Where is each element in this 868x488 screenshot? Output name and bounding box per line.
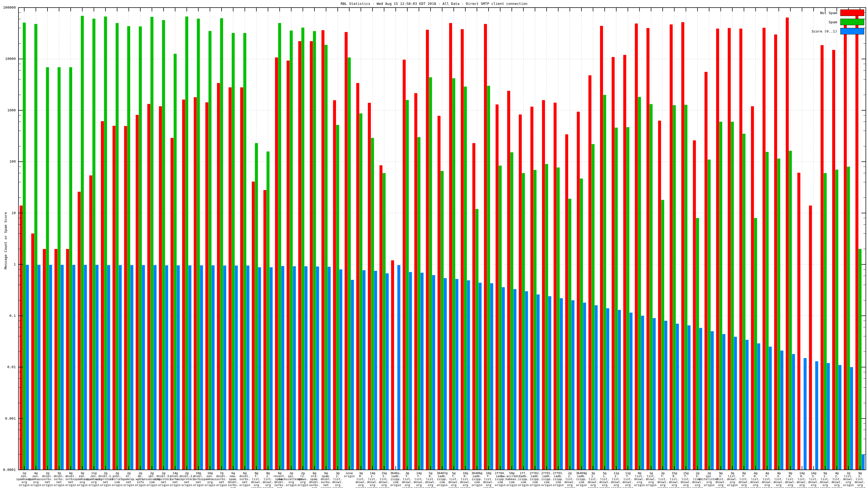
bar: [84, 265, 87, 470]
legend-swatch: [840, 9, 864, 16]
x-category-label: 0@list.dnswl.orgorigin: [634, 471, 645, 487]
bar: [113, 126, 116, 470]
bar: [174, 54, 177, 470]
bar: [635, 24, 638, 470]
x-category-label: 4@Y.list.dnswl.orgorigin: [762, 471, 773, 488]
bar: [368, 103, 371, 470]
bar: [43, 249, 46, 470]
bar: [101, 121, 104, 470]
bar: [177, 265, 180, 470]
bar: [107, 265, 110, 470]
bar: [127, 26, 130, 470]
bar: [510, 152, 513, 470]
bar: [612, 57, 615, 470]
y-tick-label: 0.01: [7, 365, 16, 369]
bar: [832, 50, 835, 470]
bar: [777, 159, 780, 470]
bar: [606, 308, 609, 470]
bar: [536, 294, 539, 470]
bar: [568, 199, 571, 470]
bar: [119, 265, 122, 470]
bar: [766, 152, 769, 470]
bar: [278, 23, 281, 470]
x-category-label: 3@list.dnswl.orgorigin: [727, 471, 738, 487]
x-category-label: 2ff04.iadb.isipp.comorigin: [495, 471, 506, 487]
bar: [379, 165, 382, 470]
x-category-label: 6@old.spam.dnsbl.sorbs.netorigin: [309, 471, 320, 488]
bar: [824, 173, 827, 470]
bar: [170, 138, 174, 470]
bar: [780, 351, 783, 470]
x-category-label: 14@0.list.dnswl.orgorigin: [797, 471, 807, 488]
bar: [26, 265, 29, 470]
x-category-label: 9@Y.list.dnswl.orgorigin: [739, 471, 749, 488]
y-tick-label: 10000: [5, 57, 16, 61]
bar: [577, 112, 580, 470]
bar: [182, 99, 185, 470]
bar: [786, 18, 789, 470]
bar: [247, 265, 250, 470]
bar: [693, 140, 696, 470]
y-tick-label: 0.1: [9, 314, 16, 318]
bar: [217, 83, 220, 470]
bar: [798, 173, 801, 470]
bar: [734, 337, 737, 470]
bar: [719, 122, 722, 470]
bar: [339, 269, 342, 470]
x-category-label: 2@l2.apews.orgorigin: [298, 471, 308, 487]
bar: [684, 105, 687, 470]
bar: [356, 83, 359, 470]
bar: [305, 266, 308, 470]
x-category-label: 3@0.list.dnswl.orgorigin: [355, 471, 367, 488]
bar: [426, 30, 429, 470]
bar: [708, 160, 711, 470]
bar: [409, 272, 412, 470]
bar: [533, 170, 536, 470]
bar: [565, 134, 568, 470]
x-category-label: 5@0.list.dnswl.orgorigin: [425, 471, 436, 488]
bar: [522, 173, 525, 470]
bar: [229, 87, 231, 470]
bar: [270, 267, 273, 470]
bar: [774, 34, 777, 470]
bar: [116, 23, 119, 470]
bar: [751, 106, 754, 470]
bar: [815, 361, 818, 470]
bar: [499, 166, 502, 470]
bar: [313, 31, 316, 470]
bar: [293, 266, 296, 470]
bar: [130, 265, 133, 470]
bar: [646, 28, 649, 470]
bar: [514, 289, 517, 470]
x-category-label: 3@dnsbl.sorbs.netorigin: [54, 471, 65, 487]
bar: [705, 72, 707, 470]
bar: [281, 266, 284, 470]
bar: [240, 87, 243, 470]
bar: [580, 178, 583, 470]
x-category-label: 8@Y.list.dnswl.orgorigin: [251, 471, 262, 488]
bar: [20, 205, 23, 470]
y-tick-label: 0.0001: [3, 468, 16, 472]
bar: [835, 170, 838, 470]
x-category-label: 6@new.spam.dnsbl.sorbs.netorigin: [228, 471, 239, 488]
bar: [658, 121, 661, 470]
x-category-label: 11@Y.list.dnswl.orgorigin: [622, 471, 633, 488]
legend-entry-spam: Spam: [812, 18, 864, 27]
bar: [406, 100, 409, 470]
x-category-label: 2@2.list.dnswl.orgorigin: [564, 471, 575, 488]
x-category-label: 36409@iadb.isipp.comorigin: [576, 471, 587, 487]
bar: [519, 115, 522, 470]
bar: [351, 280, 354, 470]
bar: [757, 344, 760, 470]
x-category-label: 4@zen.spamhaus.orgorigin: [28, 471, 44, 487]
bar: [348, 58, 351, 470]
x-category-label: 2@Y.list.dnswl.orgorigin: [657, 471, 668, 488]
bar: [716, 29, 719, 470]
bar: [162, 20, 165, 470]
bar: [301, 28, 304, 470]
bar: [371, 138, 374, 470]
bar: [496, 104, 499, 470]
bar: [464, 87, 467, 470]
x-category-label: 4@3.list.dnswl.orgorigin: [773, 471, 784, 488]
bar: [78, 192, 81, 470]
